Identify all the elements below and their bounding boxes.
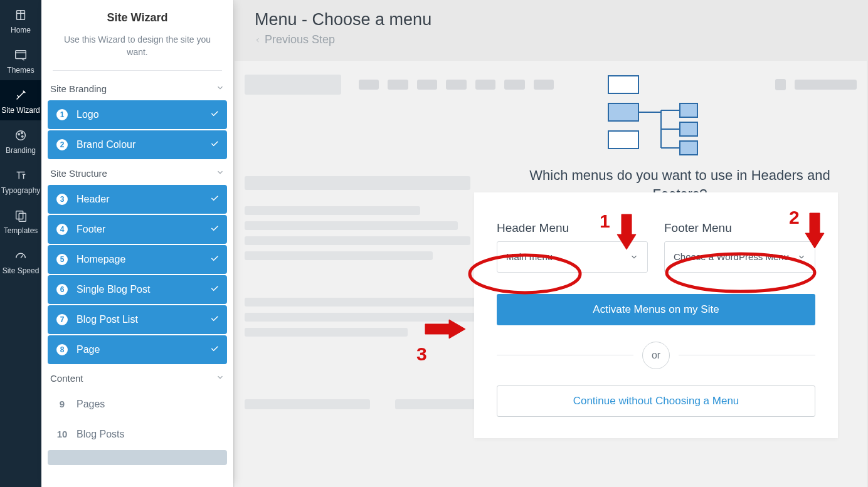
footer-menu-label: Footer Menu <box>664 221 815 235</box>
step-number: 9 <box>55 397 69 411</box>
themes-icon <box>13 48 28 63</box>
templates-icon <box>13 208 28 223</box>
step-page[interactable]: 8 Page <box>48 335 227 364</box>
svg-rect-11 <box>680 103 697 117</box>
svg-rect-1 <box>16 51 26 59</box>
sitemap-illustration <box>607 72 707 169</box>
svg-rect-8 <box>608 76 638 93</box>
chevron-down-icon <box>630 253 638 261</box>
rail-label: Site Speed <box>3 267 40 275</box>
header-menu-field: Header Menu Main menu <box>497 221 648 273</box>
step-label: Pages <box>77 399 105 410</box>
check-icon <box>209 139 220 151</box>
rail-typography[interactable]: Typography <box>0 160 41 201</box>
chevron-down-icon <box>216 83 225 94</box>
wizard-panel: Site Wizard Use this Wizard to design th… <box>41 0 233 487</box>
home-icon <box>13 8 28 23</box>
rail-home[interactable]: Home <box>0 0 41 40</box>
group-content-header[interactable]: Content <box>41 364 233 390</box>
left-rail-nav: Home Themes Site Wizard Branding Typogra… <box>0 0 41 487</box>
header-menu-select[interactable]: Main menu <box>497 241 648 273</box>
group-structure-label: Site Structure <box>50 168 107 179</box>
rail-label: Home <box>11 26 31 34</box>
rail-label: Site Wizard <box>1 107 40 114</box>
footer-menu-value: Choose a WordPress Menu <box>674 251 789 262</box>
menu-select-card: Header Menu Main menu Footer Menu Choose… <box>474 192 838 438</box>
group-content-label: Content <box>50 373 83 384</box>
rail-branding[interactable]: Branding <box>0 120 41 160</box>
step-number: 10 <box>55 427 69 441</box>
step-number: 6 <box>55 283 69 296</box>
svg-rect-12 <box>680 122 697 136</box>
svg-rect-13 <box>680 141 697 155</box>
rail-label: Templates <box>4 227 38 234</box>
step-label: Logo <box>77 109 99 120</box>
step-number: 3 <box>55 192 69 206</box>
step-label: Brand Colour <box>77 139 135 150</box>
step-number: 5 <box>55 253 69 266</box>
main-area: Menu - Choose a menu Previous Step <box>233 0 868 487</box>
check-icon <box>209 223 220 236</box>
footer-menu-select[interactable]: Choose a WordPress Menu <box>664 241 815 273</box>
step-current[interactable] <box>48 450 227 465</box>
step-number: 1 <box>55 108 69 122</box>
step-pages[interactable]: 9 Pages <box>48 390 227 419</box>
previous-step-link[interactable]: Previous Step <box>255 33 335 46</box>
svg-point-5 <box>22 136 23 137</box>
previous-step-label: Previous Step <box>265 33 335 46</box>
step-label: Single Blog Post <box>77 284 150 295</box>
branding-icon <box>13 128 28 143</box>
rail-sitewizard[interactable]: Site Wizard <box>0 80 41 120</box>
step-blog-posts[interactable]: 10 Blog Posts <box>48 420 227 449</box>
svg-rect-6 <box>16 211 23 219</box>
step-logo[interactable]: 1 Logo <box>48 100 227 129</box>
step-homepage[interactable]: 5 Homepage <box>48 245 227 274</box>
svg-point-2 <box>16 131 26 140</box>
check-icon <box>209 343 220 356</box>
svg-point-4 <box>21 132 23 134</box>
step-label: Blog Post List <box>77 314 138 325</box>
rail-label: Branding <box>6 147 36 154</box>
rail-themes[interactable]: Themes <box>0 40 41 80</box>
chevron-down-icon <box>216 168 225 179</box>
check-icon <box>209 253 220 266</box>
or-divider: or <box>642 342 670 369</box>
check-icon <box>209 313 220 326</box>
speed-icon <box>13 248 28 263</box>
chevron-down-icon <box>216 373 225 384</box>
footer-menu-field: Footer Menu Choose a WordPress Menu <box>664 221 815 273</box>
rail-templates[interactable]: Templates <box>0 201 41 241</box>
wizard-subtitle: Use this Wizard to design the site you w… <box>53 33 222 71</box>
header-menu-value: Main menu <box>506 251 553 262</box>
rail-label: Themes <box>7 66 34 74</box>
continue-without-button[interactable]: Continue without Choosing a Menu <box>497 385 815 417</box>
step-number: 4 <box>55 223 69 236</box>
step-header[interactable]: 3 Header <box>48 185 227 214</box>
chevron-left-icon <box>255 36 261 45</box>
page-title: Menu - Choose a menu <box>255 10 847 29</box>
step-label: Blog Posts <box>77 429 124 440</box>
step-number: 7 <box>55 313 69 327</box>
step-brand-colour[interactable]: 2 Brand Colour <box>48 130 227 159</box>
group-structure-header[interactable]: Site Structure <box>41 159 233 185</box>
step-blog-post-list[interactable]: 7 Blog Post List <box>48 305 227 334</box>
group-branding-header[interactable]: Site Branding <box>41 75 233 100</box>
typography-icon <box>13 168 28 183</box>
step-number: 8 <box>55 343 69 357</box>
rail-sitespeed[interactable]: Site Speed <box>0 241 41 281</box>
preview-canvas: Which menus do you want to use in Header… <box>235 61 867 487</box>
header-menu-label: Header Menu <box>497 221 648 235</box>
step-label: Page <box>77 344 100 355</box>
wizard-title: Site Wizard <box>53 11 222 24</box>
step-number: 2 <box>55 138 69 152</box>
step-single-blog-post[interactable]: 6 Single Blog Post <box>48 275 227 304</box>
wizard-icon <box>13 88 28 103</box>
svg-rect-9 <box>608 103 638 121</box>
chevron-down-icon <box>797 253 806 261</box>
activate-menus-button[interactable]: Activate Menus on my Site <box>497 294 815 325</box>
step-label: Homepage <box>77 254 125 265</box>
svg-rect-10 <box>608 131 638 149</box>
step-label: Footer <box>77 224 105 235</box>
check-icon <box>209 283 220 296</box>
step-footer[interactable]: 4 Footer <box>48 215 227 244</box>
